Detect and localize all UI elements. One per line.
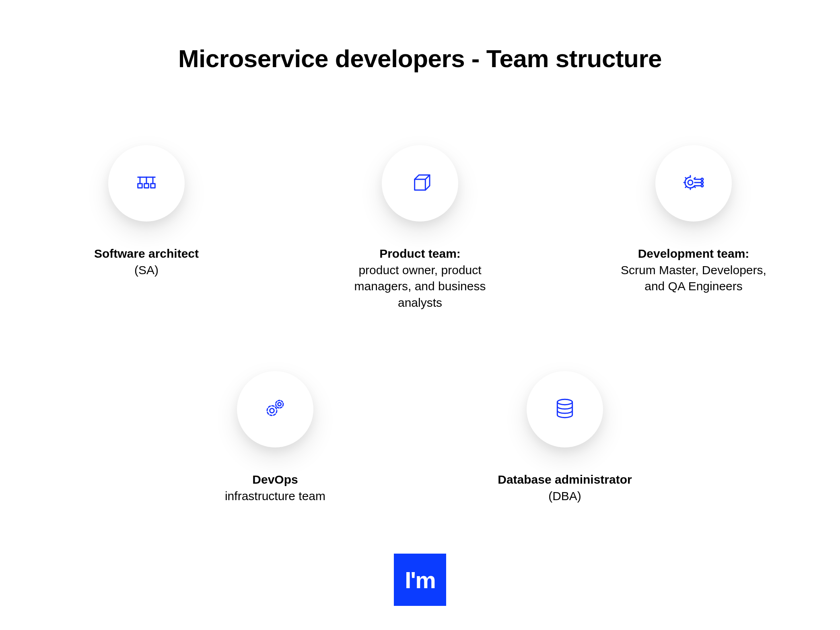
card-subtitle: Scrum Master, Developers, and QA Enginee… xyxy=(613,262,774,295)
svg-point-16 xyxy=(267,406,277,415)
svg-point-8 xyxy=(688,180,693,185)
brand-badge: I'm xyxy=(394,554,446,606)
brand-text: I'm xyxy=(405,566,435,593)
cube-icon xyxy=(407,170,433,197)
svg-point-19 xyxy=(557,399,572,404)
svg-rect-6 xyxy=(151,184,155,188)
card-subtitle: infrastructure team xyxy=(225,488,325,505)
svg-point-13 xyxy=(701,181,703,183)
card-title: DevOps xyxy=(252,472,298,488)
diagram-page: Microservice developers - Team structure xyxy=(0,0,840,630)
svg-point-18 xyxy=(276,400,283,408)
svg-point-12 xyxy=(701,178,703,180)
card-subtitle: (DBA) xyxy=(548,488,581,505)
card-devops: DevOps infrastructure team xyxy=(195,371,356,504)
card-development-team: Development team: Scrum Master, Develope… xyxy=(613,145,774,311)
network-icon xyxy=(134,170,159,197)
row-bottom: DevOps infrastructure team Database a xyxy=(0,371,840,504)
database-icon xyxy=(552,396,578,423)
bubble-software-architect xyxy=(108,145,185,222)
page-title: Microservice developers - Team structure xyxy=(0,44,840,73)
svg-marker-7 xyxy=(415,179,426,190)
card-title: Development team: xyxy=(638,246,749,262)
row-top: Software architect (SA) Product team: pr… xyxy=(0,145,840,311)
svg-point-15 xyxy=(270,408,274,413)
gear-circuit-icon xyxy=(681,170,706,197)
card-title: Database administrator xyxy=(498,472,632,488)
bubble-dba xyxy=(527,371,603,447)
gears-icon xyxy=(262,396,288,423)
svg-point-17 xyxy=(278,402,281,406)
card-subtitle: product owner, product managers, and bus… xyxy=(340,262,500,311)
svg-rect-4 xyxy=(138,184,142,188)
bubble-development-team xyxy=(655,145,732,222)
card-subtitle: (SA) xyxy=(134,262,159,279)
bubble-devops xyxy=(237,371,313,447)
svg-point-14 xyxy=(701,185,703,187)
bubble-product-team xyxy=(382,145,458,222)
card-product-team: Product team: product owner, product man… xyxy=(340,145,500,311)
card-dba: Database administrator (DBA) xyxy=(484,371,645,504)
svg-rect-5 xyxy=(144,184,149,188)
card-title: Product team: xyxy=(379,246,461,262)
card-title: Software architect xyxy=(94,246,199,262)
card-software-architect: Software architect (SA) xyxy=(66,145,227,311)
